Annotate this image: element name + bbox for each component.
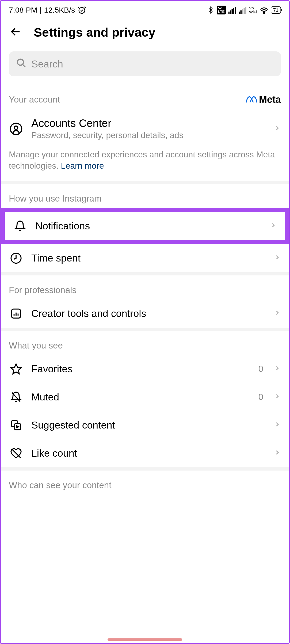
svg-rect-7 (240, 10, 242, 14)
learn-more-link[interactable]: Learn more (61, 161, 104, 171)
svg-rect-9 (243, 8, 245, 14)
row-title: Creator tools and controls (31, 308, 266, 319)
accounts-footnote: Manage your connected experiences and ac… (1, 148, 289, 181)
page-title: Settings and privacy (34, 25, 155, 40)
row-title: Muted (31, 391, 250, 403)
row-subtitle: Password, security, personal details, ad… (31, 131, 266, 140)
row-title: Notifications (35, 220, 262, 232)
search-box[interactable] (9, 51, 281, 76)
person-circle-icon (9, 122, 23, 135)
row-title: Like count (31, 447, 266, 459)
chevron-right-icon (274, 309, 281, 318)
alarm-icon (77, 6, 86, 14)
section-professionals: For professionals (1, 275, 289, 300)
search-icon (16, 58, 26, 70)
section-how-you-use: How you use Instagram (1, 184, 289, 208)
chevron-right-icon (274, 254, 281, 263)
svg-rect-6 (239, 12, 240, 14)
row-time-spent[interactable]: Time spent (1, 244, 289, 272)
status-bar: 7:08 PM | 12.5KB/s VoLTE VoWiFi 71 (1, 1, 289, 18)
search-input[interactable] (31, 58, 274, 70)
section-divider (1, 328, 289, 331)
volte-badge: VoLTE (217, 6, 226, 14)
media-icon (9, 419, 23, 431)
bell-off-icon (9, 391, 23, 403)
section-label: Your account (9, 94, 60, 105)
chevron-right-icon (274, 421, 281, 430)
section-label: How you use Instagram (9, 194, 102, 204)
chevron-right-icon (274, 365, 281, 373)
heart-off-icon (9, 447, 23, 459)
row-title: Favorites (31, 363, 250, 375)
svg-rect-4 (233, 8, 234, 14)
row-suggested-content[interactable]: Suggested content (1, 411, 289, 439)
home-indicator (108, 638, 182, 641)
svg-point-12 (17, 59, 24, 65)
section-label: For professionals (9, 285, 77, 296)
svg-rect-8 (242, 9, 243, 14)
chart-icon (9, 308, 23, 320)
section-label: What you see (9, 340, 63, 351)
chevron-right-icon (274, 124, 281, 133)
section-divider (1, 272, 289, 275)
section-divider (1, 467, 289, 471)
row-like-count[interactable]: Like count (1, 439, 289, 467)
meta-brand: Meta (246, 94, 281, 105)
star-icon (9, 363, 23, 375)
vowifi-label: VoWiFi (249, 6, 257, 14)
back-arrow-icon[interactable] (9, 25, 22, 40)
row-count: 0 (258, 364, 263, 374)
battery-icon: 71 (271, 6, 281, 14)
row-title: Accounts Center (31, 117, 266, 130)
svg-point-14 (14, 126, 18, 129)
section-divider (1, 181, 289, 184)
row-favorites[interactable]: Favorites 0 (1, 355, 289, 383)
row-title: Time spent (31, 252, 266, 264)
status-speed: 12.5KB/s (44, 6, 75, 14)
row-accounts-center[interactable]: Accounts Center Password, security, pers… (1, 109, 289, 148)
row-muted[interactable]: Muted 0 (1, 383, 289, 411)
svg-rect-3 (231, 9, 233, 14)
section-what-you-see: What you see (1, 331, 289, 355)
chevron-right-icon (270, 222, 277, 230)
row-title: Suggested content (31, 419, 266, 431)
chevron-right-icon (274, 393, 281, 401)
section-your-account: Your account Meta (1, 84, 289, 109)
highlight-notifications: Notifications (1, 208, 289, 244)
svg-rect-5 (235, 7, 236, 14)
chevron-right-icon (274, 449, 281, 458)
svg-point-11 (264, 13, 265, 14)
status-time: 7:08 PM (9, 6, 37, 14)
page-header: Settings and privacy (1, 18, 289, 47)
svg-rect-10 (245, 7, 246, 14)
signal-icon-1 (228, 6, 236, 14)
bluetooth-icon (207, 6, 214, 14)
signal-icon-2 (239, 6, 247, 14)
row-notifications[interactable]: Notifications (5, 212, 285, 240)
section-who-see: Who can see your content (1, 471, 289, 495)
wifi-icon (260, 6, 268, 14)
row-count: 0 (258, 392, 263, 402)
svg-rect-2 (230, 10, 231, 14)
section-label: Who can see your content (9, 480, 111, 491)
bell-icon (13, 220, 27, 232)
status-divider: | (40, 6, 41, 14)
clock-icon (9, 252, 23, 264)
svg-rect-1 (228, 12, 230, 14)
row-creator-tools[interactable]: Creator tools and controls (1, 300, 289, 328)
